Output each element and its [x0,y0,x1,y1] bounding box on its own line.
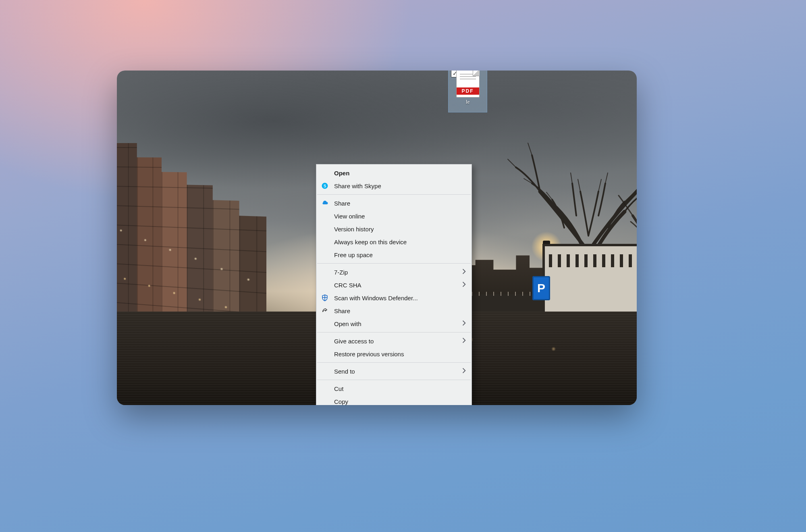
menu-item-share2[interactable]: Share [317,304,471,317]
menu-separator [317,332,471,332]
menu-item-label: Open [334,170,349,177]
menu-item-label: Share [334,308,350,314]
screenshot-frame: P ✓ PDF le OpenShare with SkypeShareView… [117,71,637,405]
menu-item-label: Share [334,200,350,207]
menu-item-keep-device[interactable]: Always keep on this device [317,235,471,248]
menu-item-label: Always keep on this device [334,239,407,245]
menu-separator [317,362,471,363]
menu-item-defender[interactable]: Scan with Windows Defender... [317,291,471,304]
menu-item-label: Cut [334,385,343,392]
menu-item-label: Share with Skype [334,183,381,189]
menu-item-label: Version history [334,226,374,233]
menu-item-give-access[interactable]: Give access to [317,335,471,347]
menu-item-view-online[interactable]: View online [317,210,471,222]
menu-item-label: Give access to [334,338,374,345]
menu-separator [317,263,471,264]
chevron-right-icon [462,282,466,289]
share-icon [321,307,329,315]
menu-item-crc[interactable]: CRC SHA [317,278,471,291]
skype-icon [321,182,329,190]
menu-item-version-history[interactable]: Version history [317,222,471,235]
menu-item-open[interactable]: Open [317,166,471,179]
menu-item-restore[interactable]: Restore previous versions [317,347,471,360]
menu-item-label: CRC SHA [334,282,361,289]
menu-item-label: Restore previous versions [334,351,404,357]
menu-item-7zip[interactable]: 7-Zip [317,266,471,278]
shield-icon [321,294,329,302]
menu-item-free-space[interactable]: Free up space [317,248,471,261]
menu-separator [317,380,471,380]
chevron-right-icon [462,338,466,345]
menu-item-copy[interactable]: Copy [317,395,471,405]
menu-item-open-with[interactable]: Open with [317,317,471,330]
menu-item-share-cloud[interactable]: Share [317,197,471,210]
menu-item-label: Copy [334,398,348,405]
menu-separator [317,194,471,195]
chevron-right-icon [462,368,466,375]
menu-item-label: Scan with Windows Defender... [334,295,418,301]
menu-item-label: Free up space [334,251,373,258]
menu-item-send-to[interactable]: Send to [317,365,471,378]
context-menu: OpenShare with SkypeShareView onlineVers… [316,164,472,405]
file-label: le [449,99,487,104]
menu-item-label: Open with [334,320,361,327]
chevron-right-icon [462,269,466,276]
cloud-icon [321,199,329,207]
pdf-badge: PDF [457,87,479,95]
parking-sign: P [532,276,550,300]
pdf-file-icon: PDF [456,71,480,98]
menu-item-label: Send to [334,368,355,375]
menu-item-label: View online [334,213,365,220]
menu-item-skype[interactable]: Share with Skype [317,179,471,192]
chevron-right-icon [462,320,466,327]
menu-item-label: 7-Zip [334,269,348,276]
menu-item-cut[interactable]: Cut [317,382,471,395]
desktop-file-pdf[interactable]: ✓ PDF le [448,71,487,112]
